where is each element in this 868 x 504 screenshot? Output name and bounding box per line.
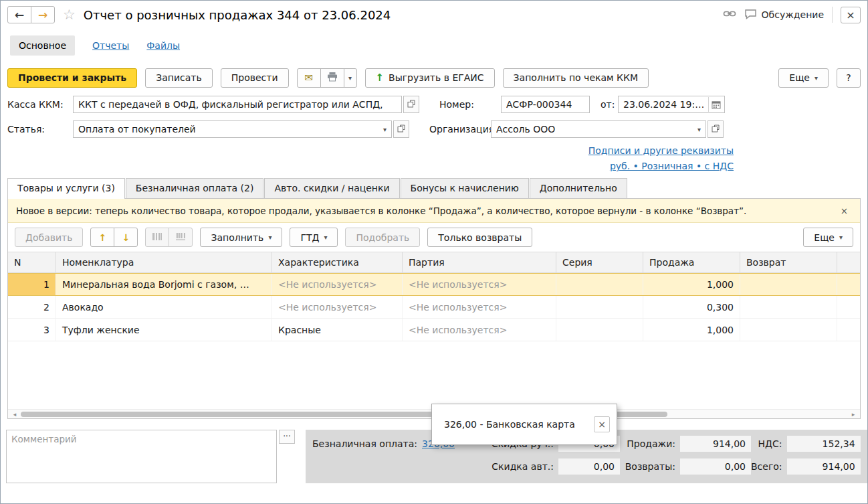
move-row-group: ↑ ↓ (90, 228, 138, 247)
sales-value: 914,00 (680, 436, 751, 452)
nav-item-main[interactable]: Основное (10, 35, 75, 56)
cashless-label: Безналичная оплата: (312, 438, 417, 449)
date-field[interactable]: 23.06.2024 19:00:14 (618, 96, 725, 113)
nav-item-reports[interactable]: Отчеты (92, 40, 129, 51)
totals-row-2: Скидка авт.: 0,00 Возвраты: 0,00 Всего: … (312, 458, 861, 475)
notice-close-icon[interactable]: × (837, 204, 852, 218)
table-header-row: N Номенклатура Характеристика Партия Сер… (8, 252, 860, 273)
egais-upload-button[interactable]: ↑ Выгрузить в ЕГАИС (365, 68, 495, 88)
close-button[interactable]: × (841, 7, 861, 23)
col-header-characteristic[interactable]: Характеристика (272, 252, 403, 272)
currency-settings-link[interactable]: руб. • Розничная • с НДС (610, 161, 734, 171)
help-button[interactable]: ? (837, 68, 861, 88)
article-label: Статья: (7, 124, 73, 135)
signatures-link[interactable]: Подписи и другие реквизиты (588, 145, 734, 156)
tab-auto-discounts[interactable]: Авто. скидки / наценки (264, 178, 399, 198)
help-icon: ? (846, 72, 851, 83)
tab-bonuses[interactable]: Бонусы к начислению (401, 178, 529, 198)
section-nav: Основное Отчеты Файлы (1, 29, 867, 62)
col-header-return[interactable]: Возврат (740, 252, 837, 272)
save-button[interactable]: Записать (145, 68, 213, 88)
favorite-star-icon[interactable]: ☆ (60, 7, 78, 23)
open-form-icon (407, 99, 415, 110)
titlebar-right: Обсуждение × (723, 7, 861, 23)
post-and-close-button[interactable]: Провести и закрыть (7, 68, 137, 88)
post-button[interactable]: Провести (221, 68, 289, 88)
chevron-down-icon: ▾ (268, 234, 272, 241)
document-window: ← → ☆ Отчет о розничных продажах 344 от … (0, 0, 868, 504)
print-button[interactable] (320, 68, 344, 88)
tabstrip: Товары и услуги (3) Безналичная оплата (… (1, 176, 867, 198)
returns-value: 0,00 (680, 458, 751, 475)
send-print-group: ✉ ▾ (297, 68, 357, 88)
comment-expand-button[interactable]: ... (279, 430, 295, 444)
print-dropdown-button[interactable]: ▾ (344, 68, 357, 88)
table-row[interactable]: 3 Туфли женские Красные <Не используется… (8, 319, 860, 341)
form-links-row-2: руб. • Розничная • с НДС (7, 161, 861, 171)
col-header-batch[interactable]: Партия (403, 252, 556, 272)
org-field[interactable]: Ассоль ООО ▾ (491, 120, 706, 138)
col-header-series[interactable]: Серия (556, 252, 643, 272)
pick-button[interactable]: Подобрать (345, 228, 420, 247)
forward-icon: → (38, 8, 47, 21)
link-chain-icon[interactable] (723, 9, 736, 21)
barcode-scanner-button[interactable] (169, 228, 193, 247)
fill-by-kkm-button[interactable]: Заполнить по чекам ККМ (503, 68, 649, 88)
discussion-label: Обсуждение (762, 9, 824, 20)
calendar-icon[interactable] (708, 97, 723, 112)
date-label: от: (601, 99, 618, 110)
discussion-button[interactable]: Обсуждение (744, 9, 824, 21)
move-down-button[interactable]: ↓ (114, 228, 138, 247)
col-header-sale[interactable]: Продажа (643, 252, 740, 272)
org-open-button[interactable] (708, 120, 724, 138)
form-row-1: Касса ККМ: ККТ с передачей в ОФД, фискал… (7, 96, 861, 113)
tab-goods-services[interactable]: Товары и услуги (3) (7, 178, 125, 199)
back-icon: ← (15, 8, 24, 21)
chevron-down-icon: ▾ (839, 234, 843, 241)
kassa-open-button[interactable] (403, 96, 419, 113)
comment-area: ... (6, 430, 295, 483)
table-more-button[interactable]: Еще ▾ (803, 228, 853, 247)
add-row-button[interactable]: Добавить (15, 228, 83, 247)
move-up-button[interactable]: ↑ (90, 228, 114, 247)
nav-item-files[interactable]: Файлы (146, 40, 180, 51)
table-row[interactable]: 1 Минеральная вода Borjomi с газом, … <Н… (8, 273, 860, 296)
popup-close-button[interactable]: × (594, 416, 610, 432)
auto-discount-total: Скидка авт.: 0,00 (481, 458, 620, 475)
table-row[interactable]: 2 Авокадо <Не используется> <Не использу… (8, 296, 860, 319)
col-header-n[interactable]: N (8, 252, 56, 272)
cashless-breakdown-popup: 326,00 - Банковская карта × (431, 404, 617, 445)
vat-value: 152,34 (787, 436, 861, 452)
back-button[interactable]: ← (7, 6, 31, 23)
scroll-right-icon[interactable]: ▸ (849, 411, 858, 418)
chevron-down-icon: ▾ (324, 234, 327, 241)
arrow-down-icon: ↓ (122, 232, 130, 243)
article-open-button[interactable] (393, 120, 409, 138)
barcode-scan-button[interactable] (145, 228, 169, 247)
kassa-label: Касса ККМ: (7, 99, 73, 110)
mail-button[interactable]: ✉ (297, 68, 321, 88)
returns-only-button[interactable]: Только возвраты (427, 228, 532, 247)
kassa-field[interactable]: ККТ с передачей в ОФД, фискальный регист… (73, 96, 402, 113)
comment-input[interactable] (6, 430, 277, 483)
number-field[interactable]: АСФР-000344 (501, 96, 590, 113)
fill-button[interactable]: Заполнить ▾ (200, 228, 282, 247)
chevron-down-icon[interactable]: ▾ (693, 126, 701, 133)
tab-additional[interactable]: Дополнительно (530, 178, 627, 198)
scroll-left-icon[interactable]: ◂ (10, 411, 19, 418)
goods-table: N Номенклатура Характеристика Партия Сер… (8, 252, 860, 418)
tab-cashless-payment[interactable]: Безналичная оплата (2) (126, 178, 264, 198)
barcode-scanner-icon (175, 232, 186, 243)
article-field[interactable]: Оплата от покупателей ▾ (73, 120, 392, 138)
discussion-bubble-icon (744, 9, 757, 21)
vat-label: НДС: (758, 438, 782, 449)
gtd-button[interactable]: ГТД ▾ (290, 228, 338, 247)
grand-total-value: 914,00 (787, 458, 861, 475)
forward-button[interactable]: → (31, 6, 55, 23)
org-label: Организация: (429, 124, 491, 135)
col-header-nomenclature[interactable]: Номенклатура (56, 252, 272, 272)
barcode-group (145, 228, 193, 247)
chevron-down-icon[interactable]: ▾ (379, 126, 387, 133)
more-button[interactable]: Еще ▾ (778, 68, 829, 88)
print-icon (327, 72, 338, 84)
